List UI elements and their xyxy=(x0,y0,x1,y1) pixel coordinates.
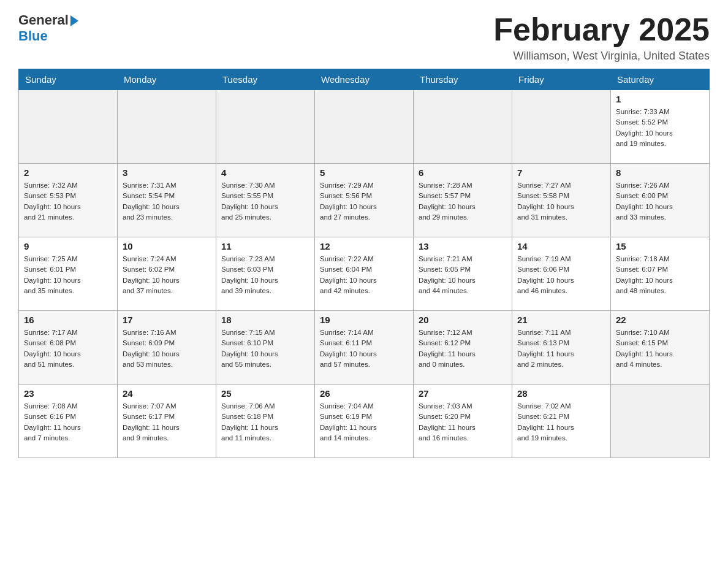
day-info: Sunrise: 7:28 AM Sunset: 5:57 PM Dayligh… xyxy=(419,180,507,223)
page-header: General Blue February 2025 Williamson, W… xyxy=(18,12,710,63)
col-saturday: Saturday xyxy=(611,69,710,90)
day-info: Sunrise: 7:06 AM Sunset: 6:18 PM Dayligh… xyxy=(221,401,309,443)
calendar-cell-w3d1: 9Sunrise: 7:25 AM Sunset: 6:01 PM Daylig… xyxy=(19,237,118,311)
day-number: 7 xyxy=(517,167,605,178)
calendar-cell-w5d4: 26Sunrise: 7:04 AM Sunset: 6:19 PM Dayli… xyxy=(315,385,414,458)
day-number: 20 xyxy=(419,315,507,325)
calendar-table: Sunday Monday Tuesday Wednesday Thursday… xyxy=(18,69,710,458)
calendar-cell-w2d2: 3Sunrise: 7:31 AM Sunset: 5:54 PM Daylig… xyxy=(118,164,216,237)
day-number: 23 xyxy=(24,388,112,399)
calendar-week-5: 23Sunrise: 7:08 AM Sunset: 6:16 PM Dayli… xyxy=(19,385,710,458)
calendar-cell-w3d6: 14Sunrise: 7:19 AM Sunset: 6:06 PM Dayli… xyxy=(512,237,611,311)
day-number: 13 xyxy=(419,241,507,251)
col-wednesday: Wednesday xyxy=(315,69,414,90)
day-info: Sunrise: 7:22 AM Sunset: 6:04 PM Dayligh… xyxy=(320,254,408,296)
day-number: 18 xyxy=(221,315,309,325)
logo-blue-text: Blue xyxy=(18,28,78,44)
title-section: February 2025 Williamson, West Virginia,… xyxy=(493,12,710,63)
calendar-week-4: 16Sunrise: 7:17 AM Sunset: 6:08 PM Dayli… xyxy=(19,311,710,385)
calendar-cell-w5d5: 27Sunrise: 7:03 AM Sunset: 6:20 PM Dayli… xyxy=(414,385,512,458)
logo-general-text: General xyxy=(18,12,69,28)
day-number: 6 xyxy=(419,167,507,178)
day-number: 4 xyxy=(221,167,309,178)
calendar-cell-w4d6: 21Sunrise: 7:11 AM Sunset: 6:13 PM Dayli… xyxy=(512,311,611,385)
calendar-cell-w5d7 xyxy=(611,385,710,458)
calendar-cell-w2d1: 2Sunrise: 7:32 AM Sunset: 5:53 PM Daylig… xyxy=(19,164,118,237)
calendar-cell-w4d3: 18Sunrise: 7:15 AM Sunset: 6:10 PM Dayli… xyxy=(216,311,315,385)
day-info: Sunrise: 7:29 AM Sunset: 5:56 PM Dayligh… xyxy=(320,180,408,223)
day-info: Sunrise: 7:21 AM Sunset: 6:05 PM Dayligh… xyxy=(419,254,507,296)
day-number: 26 xyxy=(320,388,408,399)
calendar-cell-w3d5: 13Sunrise: 7:21 AM Sunset: 6:05 PM Dayli… xyxy=(414,237,512,311)
day-info: Sunrise: 7:10 AM Sunset: 6:15 PM Dayligh… xyxy=(616,327,704,370)
calendar-cell-w2d4: 5Sunrise: 7:29 AM Sunset: 5:56 PM Daylig… xyxy=(315,164,414,237)
calendar-cell-w1d6 xyxy=(512,90,611,164)
calendar-cell-w5d2: 24Sunrise: 7:07 AM Sunset: 6:17 PM Dayli… xyxy=(118,385,216,458)
calendar-cell-w5d6: 28Sunrise: 7:02 AM Sunset: 6:21 PM Dayli… xyxy=(512,385,611,458)
calendar-week-2: 2Sunrise: 7:32 AM Sunset: 5:53 PM Daylig… xyxy=(19,164,710,237)
calendar-cell-w3d4: 12Sunrise: 7:22 AM Sunset: 6:04 PM Dayli… xyxy=(315,237,414,311)
calendar-cell-w4d2: 17Sunrise: 7:16 AM Sunset: 6:09 PM Dayli… xyxy=(118,311,216,385)
day-info: Sunrise: 7:15 AM Sunset: 6:10 PM Dayligh… xyxy=(221,327,309,370)
day-info: Sunrise: 7:31 AM Sunset: 5:54 PM Dayligh… xyxy=(123,180,211,223)
day-number: 12 xyxy=(320,241,408,251)
day-number: 10 xyxy=(123,241,211,251)
day-info: Sunrise: 7:11 AM Sunset: 6:13 PM Dayligh… xyxy=(517,327,605,370)
day-info: Sunrise: 7:14 AM Sunset: 6:11 PM Dayligh… xyxy=(320,327,408,370)
day-info: Sunrise: 7:26 AM Sunset: 6:00 PM Dayligh… xyxy=(616,180,704,223)
calendar-cell-w4d5: 20Sunrise: 7:12 AM Sunset: 6:12 PM Dayli… xyxy=(414,311,512,385)
day-info: Sunrise: 7:02 AM Sunset: 6:21 PM Dayligh… xyxy=(517,401,605,443)
day-info: Sunrise: 7:08 AM Sunset: 6:16 PM Dayligh… xyxy=(24,401,112,443)
calendar-cell-w1d7: 1Sunrise: 7:33 AM Sunset: 5:52 PM Daylig… xyxy=(611,90,710,164)
day-number: 5 xyxy=(320,167,408,178)
day-number: 25 xyxy=(221,388,309,399)
day-info: Sunrise: 7:19 AM Sunset: 6:06 PM Dayligh… xyxy=(517,254,605,296)
location: Williamson, West Virginia, United States xyxy=(493,50,710,63)
calendar-week-1: 1Sunrise: 7:33 AM Sunset: 5:52 PM Daylig… xyxy=(19,90,710,164)
day-number: 15 xyxy=(616,241,704,251)
day-number: 1 xyxy=(616,94,704,104)
day-info: Sunrise: 7:33 AM Sunset: 5:52 PM Dayligh… xyxy=(616,107,704,149)
calendar-cell-w1d4 xyxy=(315,90,414,164)
day-number: 19 xyxy=(320,315,408,325)
calendar-cell-w1d5 xyxy=(414,90,512,164)
day-info: Sunrise: 7:16 AM Sunset: 6:09 PM Dayligh… xyxy=(123,327,211,370)
day-number: 27 xyxy=(419,388,507,399)
calendar-week-3: 9Sunrise: 7:25 AM Sunset: 6:01 PM Daylig… xyxy=(19,237,710,311)
day-info: Sunrise: 7:27 AM Sunset: 5:58 PM Dayligh… xyxy=(517,180,605,223)
day-info: Sunrise: 7:32 AM Sunset: 5:53 PM Dayligh… xyxy=(24,180,112,223)
calendar-cell-w1d3 xyxy=(216,90,315,164)
day-info: Sunrise: 7:23 AM Sunset: 6:03 PM Dayligh… xyxy=(221,254,309,296)
day-number: 11 xyxy=(221,241,309,251)
calendar-cell-w2d6: 7Sunrise: 7:27 AM Sunset: 5:58 PM Daylig… xyxy=(512,164,611,237)
logo: General Blue xyxy=(18,12,78,45)
col-monday: Monday xyxy=(118,69,216,90)
day-number: 21 xyxy=(517,315,605,325)
day-info: Sunrise: 7:24 AM Sunset: 6:02 PM Dayligh… xyxy=(123,254,211,296)
day-number: 17 xyxy=(123,315,211,325)
day-number: 2 xyxy=(24,167,112,178)
calendar-cell-w5d1: 23Sunrise: 7:08 AM Sunset: 6:16 PM Dayli… xyxy=(19,385,118,458)
calendar-cell-w1d1 xyxy=(19,90,118,164)
day-number: 28 xyxy=(517,388,605,399)
col-friday: Friday xyxy=(512,69,611,90)
day-number: 16 xyxy=(24,315,112,325)
day-number: 22 xyxy=(616,315,704,325)
day-info: Sunrise: 7:04 AM Sunset: 6:19 PM Dayligh… xyxy=(320,401,408,443)
day-number: 24 xyxy=(123,388,211,399)
col-sunday: Sunday xyxy=(19,69,118,90)
calendar-cell-w5d3: 25Sunrise: 7:06 AM Sunset: 6:18 PM Dayli… xyxy=(216,385,315,458)
day-info: Sunrise: 7:17 AM Sunset: 6:08 PM Dayligh… xyxy=(24,327,112,370)
day-info: Sunrise: 7:30 AM Sunset: 5:55 PM Dayligh… xyxy=(221,180,309,223)
calendar-cell-w3d7: 15Sunrise: 7:18 AM Sunset: 6:07 PM Dayli… xyxy=(611,237,710,311)
day-info: Sunrise: 7:25 AM Sunset: 6:01 PM Dayligh… xyxy=(24,254,112,296)
col-thursday: Thursday xyxy=(414,69,512,90)
calendar-cell-w4d1: 16Sunrise: 7:17 AM Sunset: 6:08 PM Dayli… xyxy=(19,311,118,385)
day-info: Sunrise: 7:18 AM Sunset: 6:07 PM Dayligh… xyxy=(616,254,704,296)
day-number: 14 xyxy=(517,241,605,251)
calendar-cell-w2d7: 8Sunrise: 7:26 AM Sunset: 6:00 PM Daylig… xyxy=(611,164,710,237)
calendar-header-row: Sunday Monday Tuesday Wednesday Thursday… xyxy=(19,69,710,90)
calendar-cell-w3d3: 11Sunrise: 7:23 AM Sunset: 6:03 PM Dayli… xyxy=(216,237,315,311)
calendar-cell-w3d2: 10Sunrise: 7:24 AM Sunset: 6:02 PM Dayli… xyxy=(118,237,216,311)
day-number: 3 xyxy=(123,167,211,178)
